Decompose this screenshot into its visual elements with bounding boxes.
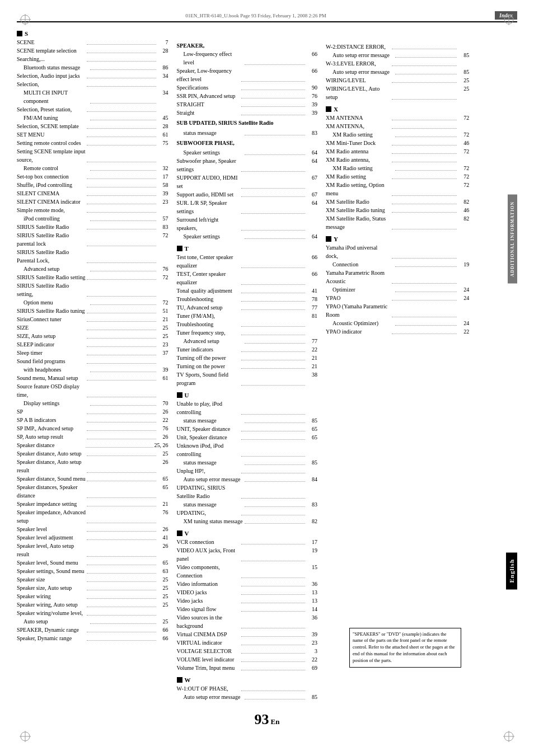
list-item: Selection, SCENE template28 [17, 122, 168, 130]
list-item: Unknown iPod, iPod controlling [177, 442, 318, 458]
list-item: Surround left/right speakers, [177, 215, 318, 232]
section-subwoofer: SUBWOOFER PHASE, Speaker settings64 Subw… [177, 139, 318, 241]
additional-info-tab: ADDITIONAL INFORMATION [508, 195, 517, 284]
list-item: Sound menu, Manual setup61 [17, 374, 168, 382]
note-box: "SPEAKERS" or "DVD" (example) indicates … [349, 628, 461, 668]
section-speaker-entries: Low-frequency effect level66 Speaker, Lo… [177, 50, 318, 117]
list-item: XM ANTENNA, [326, 122, 469, 130]
section-w2-entries: W-2:DISTANCE ERROR, Auto setup error mes… [326, 43, 469, 101]
list-item: XM Radio antenna, [326, 156, 469, 164]
section-square-u [177, 392, 182, 398]
list-item: VIRTUAL indicator23 [177, 638, 318, 647]
list-item: Speaker level, Auto setup result26 [17, 542, 168, 558]
list-item: W-2:DISTANCE ERROR, [326, 43, 469, 51]
list-item: SiriusConnect tuner21 [17, 315, 168, 323]
list-item: SIZE25 [17, 323, 168, 332]
list-item: SLEEP indicator23 [17, 340, 168, 349]
list-item: Speaker wiring, Auto setup25 [17, 600, 168, 609]
list-item: SP, Auto setup result26 [17, 433, 168, 441]
list-item: Speaker, Dynamic range66 [17, 634, 168, 642]
sidebar-tabs: ADDITIONAL INFORMATION English [472, 27, 517, 701]
list-item: XM Radio antenna72 [326, 147, 469, 156]
list-item: Bluetooth status message86 [17, 63, 168, 72]
list-item: Auto setup error message84 [177, 475, 318, 483]
list-item: Speaker wiring/volume level, [17, 609, 168, 617]
list-item: Tuner frequency step, [177, 328, 318, 337]
section-square-v [177, 530, 182, 536]
list-item: SILENT CINEMA indicator23 [17, 198, 168, 206]
list-item: Speaker size25 [17, 575, 168, 584]
list-item: Video signal flow14 [177, 605, 318, 613]
list-item: VIDEO AUX jacks, Front panel19 [177, 546, 318, 563]
list-item: SET MENU61 [17, 130, 168, 139]
section-square-w [177, 677, 182, 683]
list-item: Turning off the power21 [177, 354, 318, 362]
list-item: status message83 [177, 500, 318, 509]
list-item: Sound field programs [17, 357, 168, 365]
section-square-y [326, 236, 331, 242]
list-item: UNIT, Speaker distance65 [177, 425, 318, 433]
list-item: Virtual CINEMA DSP39 [177, 630, 318, 638]
english-label: English [506, 552, 517, 589]
section-t-header: T [177, 245, 318, 252]
column-right: W-2:DISTANCE ERROR, Auto setup error mes… [326, 27, 469, 701]
list-item: SCENE7 [17, 38, 168, 46]
list-item: Optimizer24 [326, 285, 469, 294]
list-item: Auto setup error message85 [326, 68, 469, 76]
list-item: Advanced setup77 [177, 337, 318, 345]
list-item: YPAO24 [326, 294, 469, 302]
additional-info-section: ADDITIONAL INFORMATION [508, 195, 517, 284]
list-item: Specifications90 [177, 83, 318, 92]
list-item: Speaker level adjustment41 [17, 533, 168, 542]
section-y-header: Y [326, 236, 469, 242]
list-item: Video information36 [177, 580, 318, 588]
section-sub-updated: SUB UPDATED, SIRIUS Satellite Radio stat… [177, 119, 318, 137]
section-v-entries: VCR connection17 VIDEO AUX jacks, Front … [177, 538, 318, 672]
list-item: SP IMP., Advanced setup76 [17, 424, 168, 433]
section-w-entries: W-1:OUT OF PHASE, Auto setup error messa… [177, 684, 318, 701]
list-item: Straight39 [177, 109, 318, 117]
list-item: Speaker settings, Sound menu63 [17, 567, 168, 575]
list-item: XM Mini-Tuner Dock46 [326, 139, 469, 147]
list-item: Selection, [17, 80, 168, 88]
list-item: Turning on the power21 [177, 362, 318, 370]
list-item: Speaker distance, Auto setup result26 [17, 458, 168, 475]
reg-mark-br [503, 731, 514, 742]
list-item: XM Radio setting72 [326, 130, 469, 139]
list-item: Set-top box connection17 [17, 172, 168, 181]
list-item: SILENT CINEMA39 [17, 189, 168, 198]
list-item: VOLUME level indicator22 [177, 655, 318, 664]
list-item: Connection19 [326, 260, 469, 269]
section-square-t [177, 246, 182, 251]
list-item: SIZE, Auto setup25 [17, 332, 168, 340]
list-item: XM Satellite Radio, Status message82 [326, 214, 469, 231]
list-item: XM Radio setting72 [326, 172, 469, 181]
list-item: Acoustic Optimizer)24 [326, 319, 469, 327]
list-item: Searching,... [17, 55, 168, 63]
list-item: Speaker, Low-frequency effect level66 [177, 67, 318, 83]
english-tab: English [506, 552, 517, 589]
list-item: SIRIUS Satellite Radio parental lock72 [17, 231, 168, 248]
list-item: VOLTAGE SELECTOR3 [177, 647, 318, 655]
section-x-header: X [326, 106, 469, 112]
section-s-entries: SCENE7 SCENE template selection28 Search… [17, 38, 168, 642]
list-item: WIRING/LEVEL25 [326, 76, 469, 84]
list-item: SUR. L/R SP, Speaker settings64 [177, 199, 318, 215]
list-item: Source feature OSD display time, [17, 382, 168, 399]
section-y-entries: Yamaha iPod universal dock, Connection19… [326, 243, 469, 336]
reg-mark-bl [20, 731, 31, 742]
section-t-entries: Test tone, Center speaker equalizer66 TE… [177, 253, 318, 387]
list-item: Speaker impedance setting21 [17, 500, 168, 508]
list-item: FM/AM tuning45 [17, 114, 168, 122]
list-item: STRAIGHT39 [177, 100, 318, 109]
list-item: Speaker distance25, 26 [17, 441, 168, 449]
list-item: Remote control32 [17, 164, 168, 172]
page-suffix: En [271, 717, 280, 726]
list-item: Speaker wiring25 [17, 592, 168, 600]
list-item: SUPPORT AUDIO, HDMI set67 [177, 173, 318, 190]
list-item: Setting SCENE template input source, [17, 147, 168, 164]
list-item: Shuffle, iPod controlling58 [17, 181, 168, 189]
list-item: Test tone, Center speaker equalizer66 [177, 253, 318, 270]
list-item: status message83 [177, 129, 318, 137]
list-item: Simple remote mode, [17, 206, 168, 214]
